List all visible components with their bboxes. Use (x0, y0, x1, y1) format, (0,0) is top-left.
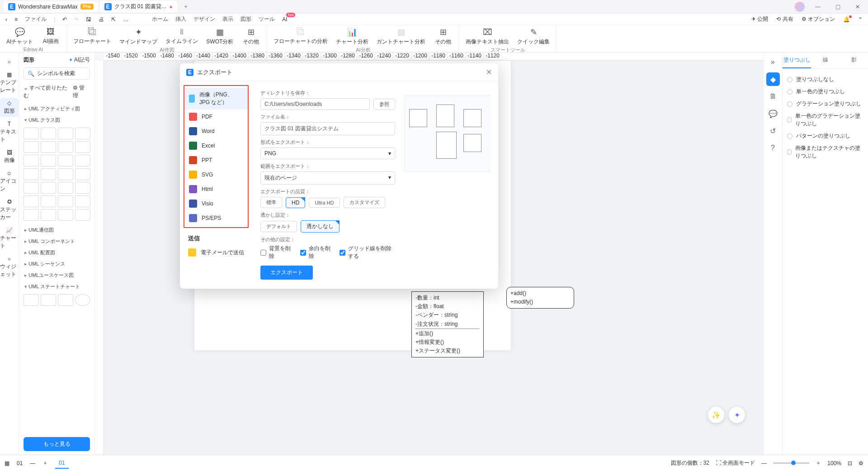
quality-ultrahd[interactable]: Ultra HD (309, 198, 340, 208)
shape-thumb[interactable] (41, 209, 56, 221)
fill-option[interactable]: 単一色の塗りつぶし (787, 86, 863, 98)
menu-insert[interactable]: 挿入 (175, 15, 186, 23)
shape-thumb[interactable] (24, 141, 39, 153)
tree-item[interactable]: UML ステートチャート (23, 281, 91, 292)
watermark-default[interactable]: デフォルト (260, 221, 297, 232)
save-button[interactable]: 🖫 (86, 16, 91, 23)
shape-thumb[interactable] (24, 168, 39, 180)
menu-ai[interactable]: AIhot (282, 16, 287, 23)
rail-chart[interactable]: 📈チャート (0, 225, 19, 252)
add-page-button[interactable]: ＋ (42, 459, 48, 467)
timeline-button[interactable]: ⫴タイムライン (165, 27, 198, 46)
history-icon[interactable]: ↺ (766, 124, 780, 138)
ai-chat-button[interactable]: 💬AIチャット (6, 27, 33, 46)
page-layout-icon[interactable]: ▦ (5, 460, 9, 466)
tab-shadow[interactable]: 影 (840, 52, 868, 68)
format-visio[interactable]: Visio (184, 196, 248, 211)
shape-thumb[interactable] (58, 195, 73, 207)
shape-thumb[interactable] (24, 195, 39, 207)
page-icon[interactable]: 🗎 (766, 90, 780, 103)
menu-button[interactable]: ≡ (14, 16, 18, 23)
page-tab[interactable]: 01 (55, 458, 68, 469)
ai-symbol-button[interactable]: ✦ AI記号 (69, 56, 90, 64)
notification-button[interactable]: 🔔 (843, 16, 850, 23)
zoom-in-button[interactable]: ＋ (816, 459, 821, 467)
menu-home[interactable]: ホーム (152, 15, 168, 23)
shape-thumb[interactable] (41, 141, 56, 153)
shape-thumb[interactable] (75, 141, 90, 153)
zoom-out-button[interactable]: — (761, 460, 767, 466)
mindmap-button[interactable]: ✦マインドマップ (119, 27, 157, 46)
quality-hd[interactable]: HD (286, 197, 305, 208)
export-button[interactable]: ⇱ (111, 16, 116, 23)
tree-item[interactable]: UML通信図 (23, 224, 91, 236)
fold-all-button[interactable]: ⌄ すべて折りたたむ (24, 84, 73, 100)
options-button[interactable]: ⚙ オプション (802, 15, 835, 23)
shape-thumb[interactable] (24, 155, 39, 167)
user-avatar[interactable] (795, 2, 805, 12)
undo-button[interactable]: ↶ (62, 16, 67, 23)
format-select[interactable]: PNG▾ (260, 147, 395, 159)
menu-display[interactable]: 表示 (222, 15, 233, 23)
tree-item[interactable]: UML 配置図 (23, 247, 91, 258)
collapse-ribbon-button[interactable]: ⌃ (858, 16, 863, 23)
manage-button[interactable]: ⚙ 管理 (73, 84, 90, 100)
format-ppt[interactable]: PPT (184, 153, 248, 167)
remove-margin-checkbox[interactable]: 余白を削除 (300, 245, 332, 260)
quality-standard[interactable]: 標準 (260, 197, 282, 208)
settings-icon[interactable]: ⚙ (859, 460, 863, 466)
shape-thumb[interactable] (75, 294, 90, 306)
shape-thumb[interactable] (41, 294, 56, 306)
uml-class-box[interactable]: +add() +modify() (506, 287, 574, 309)
dialog-close-button[interactable]: ✕ (486, 68, 492, 76)
symbol-search-input[interactable]: 🔍 シンボルを検索 (24, 67, 90, 80)
shape-thumb[interactable] (75, 182, 90, 194)
tab-line[interactable]: 線 (811, 52, 840, 68)
zoom-slider[interactable] (773, 462, 809, 464)
fill-option[interactable]: 塗りつぶしなし (787, 73, 863, 86)
shape-thumb[interactable] (58, 182, 73, 194)
tree-item[interactable]: UMLユースケース図 (23, 270, 91, 281)
other-draw-button[interactable]: ⊞その他 (241, 27, 260, 46)
back-button[interactable]: ‹ (5, 16, 7, 23)
filename-input[interactable]: クラス図 01 図書貸出システム (260, 122, 395, 135)
fill-option[interactable]: パターンの塗りつぶし (787, 130, 863, 142)
tree-item[interactable]: UML クラス図 (23, 114, 91, 126)
tree-item[interactable]: UML アクティビティ図 (23, 103, 91, 114)
shape-thumb[interactable] (24, 209, 39, 221)
uml-class-box[interactable]: -数量：int -金額：float -ベンダー：string -注文状況：str… (411, 291, 484, 357)
rail-image[interactable]: 🖼画像 (0, 147, 19, 167)
fill-option[interactable]: 単一色のグラデーション塗りつぶし (787, 110, 863, 130)
export-confirm-button[interactable]: エクスポート (260, 266, 313, 280)
new-tab-button[interactable]: ＋ (179, 0, 193, 14)
shape-thumb[interactable] (75, 155, 90, 167)
share-button[interactable]: ⟲ 共有 (776, 15, 793, 23)
flowchart-button[interactable]: ⿻フローチャート (73, 27, 111, 46)
rail-shape[interactable]: ◇図形 (0, 98, 19, 117)
maximize-button[interactable]: ▢ (831, 0, 844, 14)
shape-thumb[interactable] (41, 168, 56, 180)
quality-custom[interactable]: カスタマイズ (344, 197, 385, 208)
rail-icon[interactable]: ☺アイコン (0, 168, 19, 195)
remove-bg-checkbox[interactable]: 背景を削除 (260, 245, 292, 260)
comment-icon[interactable]: 💬 (766, 107, 780, 120)
close-window-button[interactable]: ✕ (851, 0, 864, 14)
help-icon[interactable]: ? (766, 141, 780, 155)
remove-grid-checkbox[interactable]: グリッド線を削除する (340, 245, 395, 260)
shape-thumb[interactable] (75, 195, 90, 207)
shape-thumb[interactable] (75, 168, 90, 180)
collapse-left-button[interactable]: « (5, 55, 14, 68)
rail-widget[interactable]: ⟐ウィジェット (0, 253, 19, 281)
menu-tool[interactable]: ツール (259, 15, 275, 23)
file-menu[interactable]: ファイル (25, 15, 47, 23)
browse-button[interactable]: 参照 (373, 99, 395, 110)
send-email[interactable]: 電子メールで送信 (184, 245, 249, 260)
format-ps[interactable]: PS/EPS (184, 211, 248, 225)
quick-edit-button[interactable]: ✎クイック編集 (517, 27, 550, 46)
redo-button[interactable]: ↷ (74, 16, 79, 23)
shape-thumb[interactable] (58, 209, 73, 221)
shape-thumb[interactable] (58, 141, 73, 153)
rail-sticker[interactable]: ✪ステッカー (0, 196, 19, 224)
fullscreen-button[interactable]: ⛶ 全画面モード (716, 459, 755, 467)
shape-thumb[interactable] (58, 155, 73, 167)
